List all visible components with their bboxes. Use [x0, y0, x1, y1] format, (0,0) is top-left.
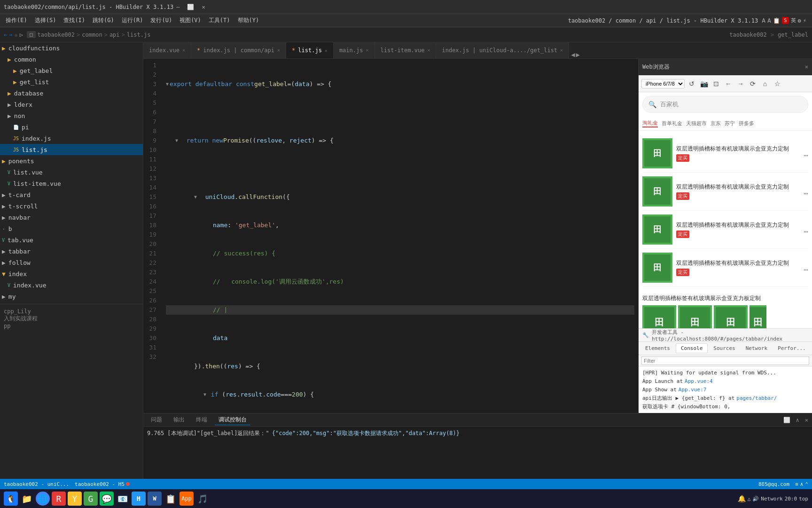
- bottom-panel-maximize[interactable]: ⬜: [783, 417, 790, 423]
- taskbar-notification[interactable]: 🔔: [738, 495, 746, 502]
- devtools-log-link-2[interactable]: App.vue:4: [685, 378, 713, 384]
- mobile-tab-taoliji[interactable]: 淘礼金: [642, 119, 658, 127]
- bottom-tab-output[interactable]: 输出: [170, 415, 188, 425]
- tab-index-js-unicloud[interactable]: index.js | uniCloud-a..../get_list ✕: [436, 42, 569, 58]
- breadcrumb-run[interactable]: ▷: [20, 32, 23, 38]
- browser-screenshot-btn[interactable]: 📷: [699, 79, 709, 89]
- taskbar-icon-red[interactable]: R: [52, 492, 66, 506]
- toolbar-icon-1[interactable]: A: [762, 17, 765, 24]
- bottom-tab-problems[interactable]: 问题: [147, 415, 166, 425]
- taskbar-icon-notes[interactable]: 📋: [164, 492, 178, 506]
- sidebar-item-non[interactable]: ▶ non: [0, 110, 143, 121]
- menu-tools[interactable]: 工具(T): [205, 16, 234, 25]
- sidebar-item-tab_vue[interactable]: V tab.vue: [0, 234, 143, 246]
- devtools-tab-sources[interactable]: Sources: [709, 344, 740, 353]
- code-content-area[interactable]: 123 456 789 101112 131415 161718 192021 …: [143, 59, 638, 413]
- browser-back-btn[interactable]: ←: [723, 79, 734, 89]
- devtools-tab-network[interactable]: Network: [741, 344, 772, 353]
- taskbar-icon-green[interactable]: G: [84, 492, 98, 506]
- menu-run[interactable]: 运行(R): [118, 16, 147, 25]
- minimize-btn[interactable]: —: [173, 4, 182, 10]
- sidebar-item-list_vue[interactable]: V list.vue: [0, 167, 143, 178]
- taskbar-icon-wechat[interactable]: 💬: [100, 492, 114, 506]
- devtools-tab-performance[interactable]: Perfor...: [773, 344, 811, 353]
- sidebar-item-navbar[interactable]: ▶ navbar: [0, 212, 143, 223]
- product-big-item-4[interactable]: 田: [750, 305, 766, 328]
- tab-main-js[interactable]: main.js ✕: [334, 42, 375, 58]
- product-big-item-2[interactable]: 田: [678, 305, 712, 328]
- tab-close-unicloud[interactable]: ✕: [560, 48, 563, 53]
- sidebar-item-b[interactable]: · b: [0, 223, 143, 234]
- mobile-tab-pdd[interactable]: 拼多多: [739, 120, 754, 127]
- tab-close-index-js[interactable]: ✕: [277, 48, 280, 53]
- taskbar-icon-mail[interactable]: 📧: [116, 492, 130, 506]
- product-action-2[interactable]: …: [804, 187, 808, 196]
- sidebar-item-get_label[interactable]: ▶ get_label: [0, 65, 143, 76]
- browser-close-btn[interactable]: ✕: [805, 64, 808, 70]
- mobile-search-bar[interactable]: 🔍 百家机: [642, 96, 808, 113]
- product-big-item-3[interactable]: 田: [714, 305, 748, 328]
- device-selector[interactable]: iPhone 6/7/8 iPhone X Pixel 2: [641, 79, 685, 88]
- tab-close-index-vue[interactable]: ✕: [182, 48, 185, 53]
- bottom-panel-expand[interactable]: ∧: [796, 417, 799, 423]
- tab-list-item-vue[interactable]: list-item.vue ✕: [375, 42, 437, 58]
- devtools-log-link-4[interactable]: pages/tabbar/: [736, 395, 777, 401]
- browser-reload-btn[interactable]: ⟳: [748, 79, 758, 89]
- code-lines[interactable]: ▼export default bar const get_label = (d…: [162, 59, 638, 413]
- taskbar-icon-music[interactable]: 🎵: [195, 492, 210, 506]
- tab-close-list-item-vue[interactable]: ✕: [427, 48, 430, 53]
- menu-goto[interactable]: 跳转(G): [89, 16, 118, 25]
- devtools-filter-input[interactable]: [641, 357, 809, 365]
- mobile-tab-jd[interactable]: 京东: [710, 120, 721, 127]
- window-controls[interactable]: — ⬜ ✕: [173, 4, 208, 10]
- taskbar-icon-tencent[interactable]: 🐧: [4, 492, 18, 506]
- status-icon-2[interactable]: ∧: [800, 481, 804, 487]
- mobile-tab-tianmao[interactable]: 天猫超市: [686, 120, 707, 127]
- tab-prev[interactable]: ◀: [571, 51, 575, 58]
- bottom-panel-close[interactable]: ✕: [805, 417, 808, 423]
- product-item-4[interactable]: 田 双层透明插槽标签有机玻璃展示盒亚克力定制 定买 …: [642, 249, 808, 287]
- mobile-tab-shouli[interactable]: 首单礼金: [662, 120, 682, 127]
- sidebar-item-index_js[interactable]: JS index.js: [0, 133, 143, 144]
- bottom-tab-terminal[interactable]: 终端: [192, 415, 211, 425]
- taskbar-up-arrow[interactable]: △: [748, 496, 751, 502]
- tab-index-vue[interactable]: index.vue ✕: [143, 42, 191, 58]
- product-action-1[interactable]: …: [804, 149, 808, 158]
- sidebar-item-cloudfunctions[interactable]: ▶ cloudfunctions: [0, 42, 143, 54]
- product-big-item-1[interactable]: 田 定买: [642, 305, 676, 328]
- toolbar-icon-5[interactable]: ⚙: [798, 17, 801, 24]
- toolbar-icon-4[interactable]: S: [782, 17, 789, 24]
- tab-close-main-js[interactable]: ✕: [366, 48, 368, 53]
- devtools-tab-console[interactable]: Console: [676, 343, 708, 353]
- taskbar-icon-word[interactable]: W: [148, 492, 162, 506]
- taskbar-icon-hbuilder[interactable]: H: [132, 492, 146, 506]
- sidebar-item-database[interactable]: ▶ database: [0, 87, 143, 99]
- breadcrumb-folder2[interactable]: api: [109, 32, 120, 38]
- product-item-1[interactable]: 田 双层透明插槽标签有机玻璃展示盒亚克力定制 定买 …: [642, 135, 808, 173]
- taskbar-network[interactable]: Network: [761, 496, 782, 502]
- sidebar-item-list_item_vue[interactable]: V list-item.vue: [0, 178, 143, 189]
- sidebar-item-list_js[interactable]: JS list.js: [0, 144, 143, 155]
- menu-edit[interactable]: 选择(S): [31, 16, 60, 25]
- bottom-tab-debug[interactable]: 调试控制台: [215, 415, 250, 425]
- breadcrumb-back[interactable]: ←: [4, 32, 7, 38]
- sidebar-item-t_scroll[interactable]: ▶ t-scroll: [0, 200, 143, 212]
- browser-forward-btn[interactable]: →: [735, 79, 746, 89]
- breadcrumb-forward[interactable]: →: [9, 32, 12, 38]
- tab-close-list-js[interactable]: ✕: [325, 48, 328, 53]
- toolbar-icon-3[interactable]: 📋: [773, 17, 780, 24]
- mobile-tab-suning[interactable]: 苏宁: [725, 120, 735, 127]
- breadcrumb-folder1[interactable]: common: [82, 32, 102, 38]
- menu-publish[interactable]: 发行(U): [147, 16, 176, 25]
- tab-list-js[interactable]: * list.js ✕: [286, 42, 334, 58]
- sidebar-item-lderx[interactable]: ▶ lderx: [0, 99, 143, 110]
- sidebar-item-t_card[interactable]: ▶ t-card: [0, 189, 143, 200]
- product-action-3[interactable]: …: [804, 225, 808, 234]
- taskbar-icon-files[interactable]: 📁: [20, 492, 34, 506]
- product-action-4[interactable]: …: [804, 263, 808, 272]
- browser-responsive-btn[interactable]: ⊡: [711, 79, 721, 89]
- menu-file[interactable]: 操作(E): [2, 16, 31, 25]
- toolbar-icon-6[interactable]: ⚡: [803, 17, 806, 24]
- browser-refresh-btn[interactable]: ↺: [687, 79, 697, 89]
- sidebar-item-common[interactable]: ▶ common: [0, 54, 143, 65]
